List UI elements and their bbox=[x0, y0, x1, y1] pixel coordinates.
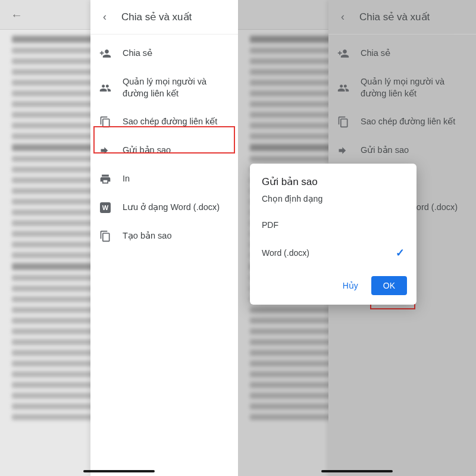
menu-item-share[interactable]: Chia sẻ bbox=[90, 39, 238, 68]
option-label: PDF bbox=[262, 220, 278, 230]
format-option-word[interactable]: Word (.docx) ✓ bbox=[250, 238, 416, 268]
check-icon: ✓ bbox=[396, 246, 405, 259]
menu-item-label: Gửi bản sao bbox=[123, 145, 230, 156]
menu-item-copy-link[interactable]: Sao chép đường liên kết bbox=[90, 108, 238, 136]
people-icon bbox=[99, 82, 112, 94]
person-add-icon bbox=[337, 48, 350, 60]
phone-screenshot-left: ← ‹ Chia sẻ và xuất Chia sẻ Quản lý mọi … bbox=[0, 0, 238, 476]
menu-item-label: Chia sẻ bbox=[123, 48, 230, 60]
sheet-header: ‹ Chia sẻ và xuất bbox=[328, 0, 476, 35]
home-indicator[interactable] bbox=[321, 470, 393, 472]
copy-link-icon bbox=[337, 116, 350, 128]
make-copy-icon bbox=[99, 230, 112, 242]
share-export-sheet: ‹ Chia sẻ và xuất Chia sẻ Quản lý mọi ng… bbox=[90, 0, 238, 476]
menu-item-label: Chia sẻ bbox=[361, 48, 468, 60]
ok-button[interactable]: OK bbox=[371, 276, 407, 295]
word-icon: W bbox=[99, 202, 112, 213]
menu-item-make-copy[interactable]: Tạo bản sao bbox=[90, 222, 238, 250]
sheet-title: Chia sẻ và xuất bbox=[121, 11, 192, 23]
menu-item-label: Quản lý mọi người và đường liên kết bbox=[361, 76, 468, 99]
menu-item-save-word[interactable]: W Lưu ở dạng Word (.docx) bbox=[90, 193, 238, 222]
sheet-back-icon[interactable]: ‹ bbox=[99, 11, 111, 23]
menu-item-label: Gửi bản sao bbox=[361, 145, 468, 156]
menu-item-manage-people[interactable]: Quản lý mọi người và đường liên kết bbox=[90, 68, 238, 108]
phone-screenshot-right: ‹ Chia sẻ và xuất Chia sẻ Quản lý mọi ng… bbox=[238, 0, 476, 476]
send-copy-icon bbox=[337, 145, 350, 156]
menu-item-send-copy[interactable]: Gửi bản sao bbox=[328, 136, 476, 165]
menu-item-label: Sao chép đường liên kết bbox=[123, 116, 230, 128]
dialog-title: Gửi bản sao bbox=[250, 176, 416, 194]
dialog-subtitle: Chọn định dạng bbox=[250, 194, 416, 212]
sheet-back-icon[interactable]: ‹ bbox=[337, 11, 349, 23]
home-indicator[interactable] bbox=[83, 470, 155, 472]
menu-item-send-copy[interactable]: Gửi bản sao bbox=[90, 136, 238, 165]
menu-item-print[interactable]: In bbox=[90, 165, 238, 193]
menu-item-label: Quản lý mọi người và đường liên kết bbox=[123, 76, 230, 99]
print-icon bbox=[99, 173, 112, 185]
sheet-title: Chia sẻ và xuất bbox=[359, 11, 430, 23]
copy-link-icon bbox=[99, 116, 112, 128]
menu-item-label: Tạo bản sao bbox=[123, 230, 230, 242]
send-copy-icon bbox=[99, 145, 112, 156]
back-icon[interactable]: ← bbox=[11, 8, 23, 22]
menu-item-manage-people[interactable]: Quản lý mọi người và đường liên kết bbox=[328, 68, 476, 108]
format-option-pdf[interactable]: PDF bbox=[250, 212, 416, 238]
option-label: Word (.docx) bbox=[262, 248, 309, 258]
menu-item-label: Sao chép đường liên kết bbox=[361, 116, 468, 128]
cancel-button[interactable]: Hủy bbox=[338, 276, 363, 295]
sheet-header: ‹ Chia sẻ và xuất bbox=[90, 0, 238, 35]
menu-item-copy-link[interactable]: Sao chép đường liên kết bbox=[328, 108, 476, 136]
menu-item-label: Lưu ở dạng Word (.docx) bbox=[123, 202, 230, 214]
person-add-icon bbox=[99, 48, 112, 60]
send-copy-dialog: Gửi bản sao Chọn định dạng PDF Word (.do… bbox=[250, 164, 416, 305]
people-icon bbox=[337, 82, 350, 94]
menu-item-label: In bbox=[123, 173, 230, 185]
menu-item-share[interactable]: Chia sẻ bbox=[328, 39, 476, 68]
